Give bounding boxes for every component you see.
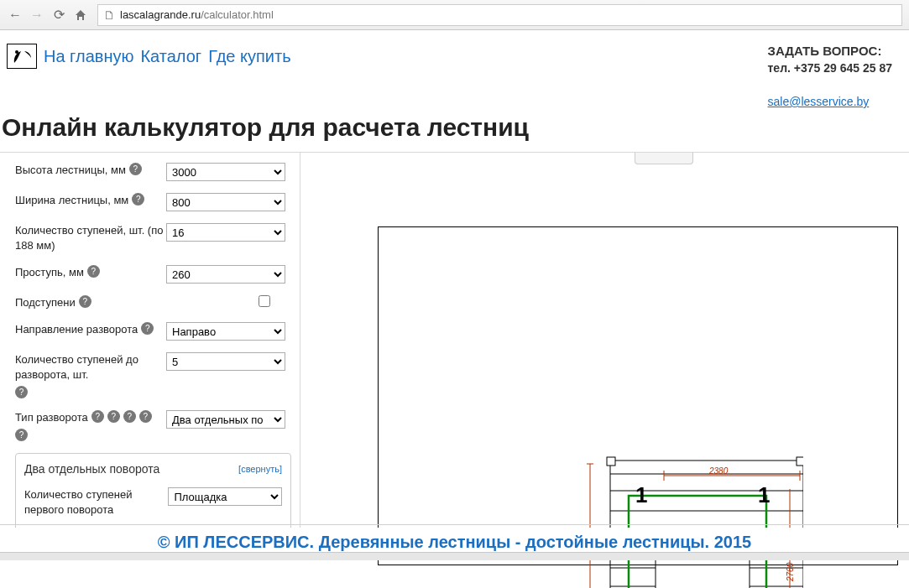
- help-icon[interactable]: ?: [15, 386, 28, 398]
- turn1-steps-select[interactable]: Площадка: [168, 487, 282, 506]
- turn-type-label: Тип разворота: [15, 410, 88, 425]
- url-bar[interactable]: 🗋 lascalagrande.ru/calculator.html: [97, 4, 902, 26]
- height-label: Высота лестницы, мм: [15, 163, 126, 178]
- width-label: Ширина лестницы, мм: [15, 193, 128, 208]
- stair-diagram: 1 1 2380 760 590: [585, 455, 803, 588]
- riser-label: Подступени: [15, 295, 76, 310]
- nav-catalog[interactable]: Каталог: [140, 47, 201, 66]
- url-path: /calculator.html: [201, 8, 274, 21]
- turn1-steps-label: Количество ступеней первого поворота: [24, 487, 168, 518]
- footer-text: © ИП ЛЕССЕРВИС. Деревянные лестницы - до…: [0, 528, 909, 552]
- toolbar-stub: [635, 153, 693, 164]
- help-icon[interactable]: ?: [132, 193, 144, 206]
- tread-label: Проступь, мм: [15, 265, 84, 280]
- help-icon[interactable]: ?: [107, 410, 120, 423]
- help-icon[interactable]: ?: [129, 163, 142, 175]
- browser-status-bar: [0, 552, 909, 560]
- turn-dir-select[interactable]: Направо: [166, 322, 285, 341]
- url-host: lascalagrande.ru: [120, 8, 201, 21]
- contact-email[interactable]: sale@lesservice.by: [768, 95, 870, 108]
- tread-select[interactable]: 260: [166, 265, 285, 284]
- back-icon[interactable]: ←: [7, 7, 24, 23]
- before-turn-select[interactable]: 5: [166, 352, 285, 371]
- page-icon: 🗋: [103, 8, 115, 22]
- page-title: Онлайн калькулятор для расчета лестниц: [0, 112, 909, 152]
- calculator-form: Высота лестницы, мм ? 3000 Ширина лестни…: [0, 153, 300, 560]
- svg-text:2760: 2760: [786, 562, 795, 582]
- svg-text:1: 1: [635, 482, 647, 507]
- svg-rect-4: [797, 457, 803, 466]
- browser-toolbar: ← → ⟳ 🗋 lascalagrande.ru/calculator.html: [0, 0, 909, 30]
- help-icon[interactable]: ?: [139, 410, 152, 423]
- height-select[interactable]: 3000: [166, 163, 285, 181]
- turn-dir-label: Направление разворота: [15, 322, 138, 337]
- logo[interactable]: [7, 44, 37, 69]
- home-icon[interactable]: [72, 7, 89, 23]
- drawing-panel: 1 1 2380 760 590: [300, 153, 909, 560]
- width-select[interactable]: 800: [166, 193, 285, 211]
- help-icon[interactable]: ?: [123, 410, 136, 423]
- collapse-link[interactable]: [свернуть]: [238, 464, 282, 474]
- drawing-canvas: 1 1 2380 760 590: [378, 226, 898, 565]
- help-icon[interactable]: ?: [15, 429, 28, 441]
- forward-icon[interactable]: →: [29, 7, 45, 23]
- help-icon[interactable]: ?: [87, 265, 100, 278]
- main-nav: На главную Каталог Где купить: [7, 44, 291, 69]
- contact-ask-label: ЗАДАТЬ ВОПРОС:: [768, 44, 892, 58]
- contact-block: ЗАДАТЬ ВОПРОС: тел. +375 29 645 25 87 sa…: [768, 44, 892, 108]
- help-icon[interactable]: ?: [91, 410, 104, 423]
- steps-label: Количество ступеней, шт. (по 188 мм): [15, 223, 166, 253]
- section-title: Два отдельных поворота: [24, 462, 159, 476]
- reload-icon[interactable]: ⟳: [50, 7, 67, 23]
- help-icon[interactable]: ?: [79, 295, 91, 308]
- svg-point-1: [15, 50, 18, 54]
- nav-home[interactable]: На главную: [44, 47, 133, 66]
- contact-phone: тел. +375 29 645 25 87: [768, 61, 892, 75]
- riser-checkbox[interactable]: [259, 295, 270, 307]
- help-icon[interactable]: ?: [141, 322, 154, 335]
- svg-rect-3: [607, 457, 615, 466]
- svg-text:1: 1: [758, 482, 770, 507]
- svg-text:2380: 2380: [708, 466, 729, 476]
- steps-select[interactable]: 16: [166, 223, 285, 242]
- nav-where-to-buy[interactable]: Где купить: [208, 47, 290, 66]
- before-turn-label: Количество ступеней до разворота, шт.: [15, 352, 166, 382]
- turn-type-select[interactable]: Два отдельных по: [166, 410, 285, 429]
